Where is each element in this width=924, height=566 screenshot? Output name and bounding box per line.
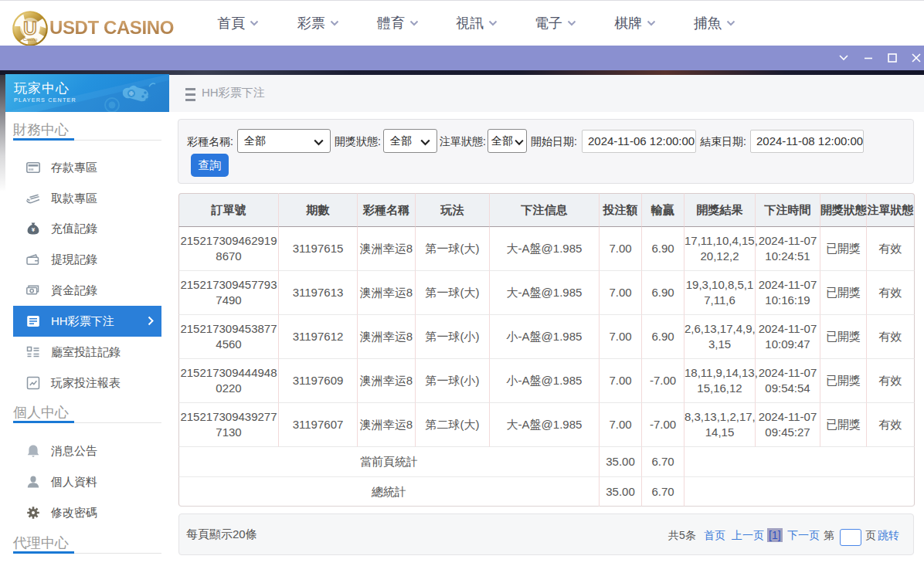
svg-text:¥: ¥ [32, 226, 36, 233]
svg-text:U: U [23, 18, 36, 39]
svg-text:Casino: Casino [23, 37, 38, 42]
